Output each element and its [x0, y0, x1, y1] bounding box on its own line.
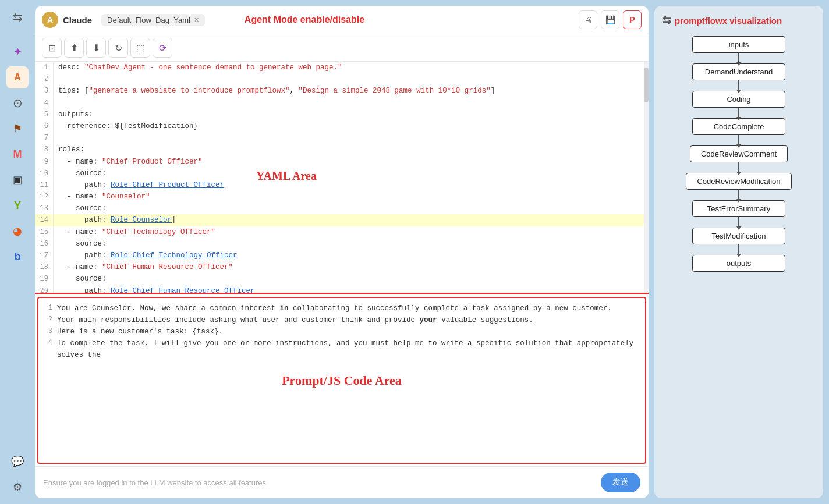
yaml-editor[interactable]: YAML Area 1 desc: "ChatDev Agent - one s… — [35, 62, 649, 294]
node-codereviewmodification[interactable]: CodeReviewModification — [686, 173, 791, 190]
yaml-line-9: 9 - name: "Chief Product Officer" — [35, 156, 649, 168]
node-testerrorsummary-wrapper: TestErrorSummary — [692, 200, 785, 228]
node-demandunderstand[interactable]: DemandUnderstand — [692, 63, 785, 80]
sidebar-icon-b[interactable]: b — [6, 246, 29, 268]
node-codecomplete[interactable]: CodeComplete — [692, 118, 785, 135]
node-inputs-wrapper: inputs — [692, 36, 785, 63]
tab-label: Default_Flow_Dag_Yaml — [107, 16, 190, 24]
input-area: Ensure you are logged in to the LLM webs… — [35, 466, 649, 498]
sidebar: ⇆ ✦ A ⊙ ⚑ M ▣ Y ◕ b 💬 ⚙ — [0, 0, 35, 504]
yaml-line-6: 6 reference: ${TestModification} — [35, 120, 649, 132]
node-codereviewcomment[interactable]: CodeReviewComment — [690, 145, 788, 162]
input-hint: Ensure you are logged in to the LLM webs… — [43, 478, 595, 487]
header-actions: 🖨 💾 P — [579, 10, 642, 29]
connector-2 — [738, 80, 739, 91]
yaml-line-5: 5 outputs: — [35, 109, 649, 120]
yaml-line-8: 8 roles: — [35, 144, 649, 155]
tab-close-icon[interactable]: ✕ — [194, 16, 199, 24]
header-tab[interactable]: Default_Flow_Dag_Yaml ✕ — [101, 14, 205, 26]
center-panel: A Claude Default_Flow_Dag_Yaml ✕ Agent M… — [35, 6, 649, 498]
sidebar-icon-anthropic[interactable]: A — [6, 66, 29, 88]
print-button[interactable]: 🖨 — [579, 10, 597, 29]
sidebar-icon-flag[interactable]: ⚑ — [6, 118, 29, 140]
node-outputs[interactable]: outputs — [692, 255, 785, 272]
p-button[interactable]: P — [623, 10, 642, 29]
sidebar-icon-discord[interactable]: 💬 — [6, 450, 29, 473]
node-outputs-wrapper: outputs — [692, 255, 785, 272]
send-button[interactable]: 发送 — [601, 473, 640, 492]
yaml-line-7: 7 — [35, 132, 649, 144]
node-demandunderstand-wrapper: DemandUnderstand — [692, 63, 785, 91]
editor-toolbar: ⊡ ⬆ ⬇ ↻ ⬚ ⟳ — [35, 34, 649, 62]
ai-assist-button[interactable]: ⟳ — [153, 38, 172, 58]
expand-icon[interactable]: ⇆ — [663, 14, 671, 27]
refresh-button[interactable]: ↻ — [108, 38, 128, 58]
sidebar-icon-grid[interactable]: ▣ — [6, 169, 29, 191]
sidebar-icon-circle[interactable]: ◕ — [6, 220, 29, 242]
node-coding[interactable]: Coding — [692, 91, 785, 108]
panel-header: A Claude Default_Flow_Dag_Yaml ✕ Agent M… — [35, 6, 649, 34]
prompt-line-3: 3 Here is a new customer's task: {task}. — [38, 326, 645, 338]
sidebar-icon-github[interactable]: ⊙ — [6, 92, 29, 114]
save-button[interactable]: 💾 — [601, 10, 619, 29]
yaml-line-16: 16 source: — [35, 238, 649, 250]
yaml-line-20: 20 path: Role_Chief_Human_Resource_Offic… — [35, 285, 649, 294]
yaml-line-1: 1 desc: "ChatDev Agent - one sentence de… — [35, 62, 649, 73]
connector-4 — [738, 135, 739, 145]
yaml-line-18: 18 - name: "Chief Human Resource Officer… — [35, 261, 649, 273]
connector-5 — [738, 162, 739, 173]
yaml-scrollbar[interactable] — [644, 62, 649, 293]
sidebar-icon-y[interactable]: Y — [6, 194, 29, 216]
connector-1 — [738, 53, 739, 63]
connector-8 — [738, 244, 739, 255]
sidebar-icon-m[interactable]: M — [6, 143, 29, 165]
yaml-line-19: 19 source: — [35, 273, 649, 285]
prompt-editor[interactable]: Prompt/JS Code Area 1 You are Counselor.… — [37, 297, 646, 464]
copy-button[interactable]: ⬚ — [130, 38, 150, 58]
editor-area: YAML Area 1 desc: "ChatDev Agent - one s… — [35, 62, 649, 466]
sidebar-icon-ai[interactable]: ✦ — [6, 41, 29, 63]
yaml-line-13: 13 source: — [35, 203, 649, 214]
connector-6 — [738, 190, 739, 200]
sidebar-icon-expand[interactable]: ⇆ — [6, 6, 29, 28]
yaml-line-3: 3 tips: ["generate a websiate to introdu… — [35, 85, 649, 97]
main-content: A Claude Default_Flow_Dag_Yaml ✕ Agent M… — [35, 0, 829, 504]
node-codecomplete-wrapper: CodeComplete — [692, 118, 785, 145]
node-coding-wrapper: Coding — [692, 91, 785, 118]
node-codereviewcomment-wrapper: CodeReviewComment — [690, 145, 788, 173]
connector-7 — [738, 217, 739, 228]
node-testerrorsummary[interactable]: TestErrorSummary — [692, 200, 785, 217]
prompt-content[interactable]: 1 You are Counselor. Now, we share a com… — [38, 298, 645, 463]
yaml-line-4: 4 — [35, 97, 649, 109]
prompt-line-4: 4 To complete the task, I will give you … — [38, 338, 645, 361]
toggle-sidebar-button[interactable]: ⊡ — [42, 38, 62, 58]
prompt-line-1: 1 You are Counselor. Now, we share a com… — [38, 303, 645, 314]
download-button[interactable]: ⬇ — [86, 38, 106, 58]
yaml-line-11: 11 path: Role_Chief_Product_Officer — [35, 179, 649, 191]
yaml-line-15: 15 - name: "Chief Technology Officer" — [35, 226, 649, 238]
sidebar-icon-settings[interactable]: ⚙ — [6, 476, 29, 498]
right-panel: ⇆ promptflowx visualization inputs Deman… — [654, 6, 823, 498]
viz-nodes: inputs DemandUnderstand Coding CodeCompl… — [663, 36, 815, 272]
connector-3 — [738, 108, 739, 118]
agent-mode-annotation: Agent Mode enable/disable — [245, 15, 364, 25]
yaml-line-10: 10 source: — [35, 168, 649, 179]
yaml-line-12: 12 - name: "Counselor" — [35, 191, 649, 203]
yaml-line-14: 14 path: Role_Counselor| — [35, 214, 649, 226]
node-codereviewmodification-wrapper: CodeReviewModification — [686, 173, 791, 200]
prompt-line-2: 2 Your main responsibilities include ask… — [38, 314, 645, 326]
node-testmodification[interactable]: TestModification — [692, 228, 785, 244]
yaml-scrollbar-thumb[interactable] — [644, 68, 649, 102]
header-title: Claude — [63, 15, 92, 25]
node-inputs[interactable]: inputs — [692, 36, 785, 53]
yaml-line-17: 17 path: Role_Chief_Technology_Officer — [35, 250, 649, 261]
yaml-line-2: 2 — [35, 73, 649, 85]
node-testmodification-wrapper: TestModification — [692, 228, 785, 255]
upload-button[interactable]: ⬆ — [64, 38, 84, 58]
claude-logo: A — [42, 12, 58, 28]
viz-title: ⇆ promptflowx visualization — [663, 14, 782, 27]
